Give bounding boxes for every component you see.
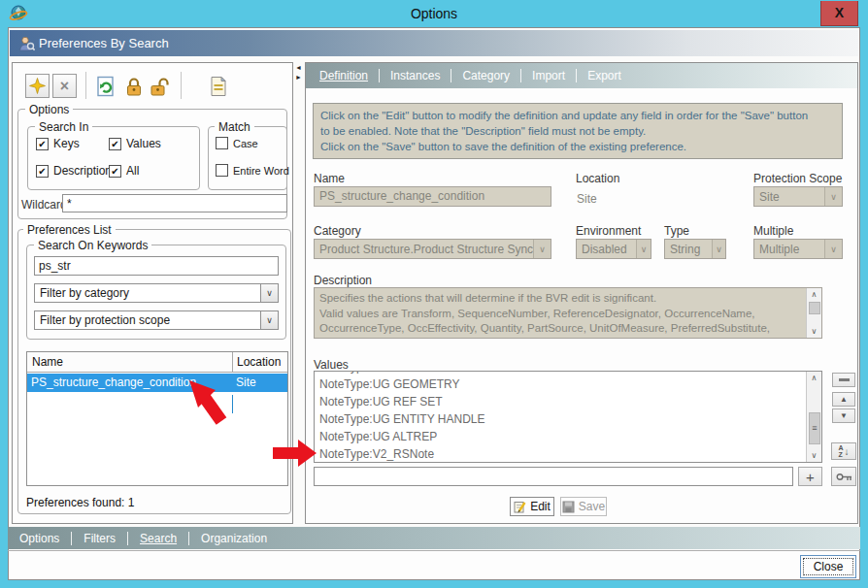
wildcard-input[interactable] <box>62 194 287 212</box>
new-preference-button[interactable] <box>25 74 50 98</box>
checkbox-checked-icon: ✔ <box>109 165 121 178</box>
edit-button[interactable]: Edit <box>510 497 554 516</box>
description-scrollbar[interactable]: ∧ ∨ <box>806 288 821 338</box>
column-divider <box>232 395 233 413</box>
values-item[interactable]: NoteType:UG ALTREP <box>315 428 821 445</box>
collapse-left-icon[interactable]: ◄ <box>295 64 302 71</box>
new-value-input[interactable] <box>314 467 793 486</box>
table-row-selected[interactable]: PS_structure_change_condition Site <box>27 374 287 392</box>
mode-tab-options[interactable]: Options <box>19 532 59 545</box>
footer <box>9 551 859 579</box>
protection-scope-label: Protection Scope <box>753 172 842 185</box>
protect-value-button[interactable] <box>831 467 856 486</box>
chevron-down-icon[interactable]: ∨ <box>260 284 278 302</box>
column-header-location[interactable]: Location <box>237 355 281 369</box>
keyword-search-input[interactable] <box>34 256 279 276</box>
description-field: Specifies the actions that will determin… <box>314 287 822 339</box>
chevron-down-icon: ∨ <box>533 240 551 258</box>
match-label: Match <box>215 120 254 134</box>
checkbox-unchecked-icon <box>216 164 228 177</box>
scroll-up-icon[interactable]: ∧ <box>807 290 821 299</box>
save-button[interactable]: Save <box>560 497 607 516</box>
category-filter-dropdown[interactable]: Filter by category ∨ <box>34 283 279 303</box>
category-dropdown: Product Structure.Product Structure Sync… <box>314 239 551 259</box>
sort-az-icon: AZ <box>838 444 843 458</box>
scroll-up-icon[interactable]: ∧ <box>807 374 821 382</box>
scrollbar-thumb[interactable]: ≡ <box>809 412 820 444</box>
new-sparkle-icon <box>29 78 46 94</box>
type-label: Type <box>664 224 689 238</box>
checkbox-values[interactable]: ✔ Values <box>109 137 161 150</box>
window-close-button[interactable]: X <box>820 1 858 26</box>
scroll-down-icon[interactable]: ∨ <box>807 451 821 460</box>
scrollbar-thumb[interactable] <box>809 302 820 314</box>
column-header-name[interactable]: Name <box>32 355 63 369</box>
checkbox-keys[interactable]: ✔ Keys <box>36 137 80 150</box>
values-scrollbar[interactable]: ∧ ≡ ∨ <box>806 372 821 462</box>
tab-instances[interactable]: Instances <box>390 69 440 82</box>
environment-label: Environment <box>576 224 641 238</box>
search-in-group <box>27 126 200 190</box>
description-line: Valid values are Transform, SequenceNumb… <box>319 307 802 322</box>
values-label: Values <box>314 358 349 372</box>
delete-x-icon: × <box>60 79 69 94</box>
tab-definition[interactable]: Definition <box>319 69 368 82</box>
values-item[interactable]: NoteType:UG REF SET <box>315 393 821 410</box>
refresh-button[interactable] <box>95 76 117 97</box>
values-item[interactable]: NoteType:UG ENTITY HANDLE <box>315 410 821 428</box>
scroll-down-icon[interactable]: ∨ <box>807 327 821 336</box>
panel-splitter[interactable]: ◄ ► <box>294 62 305 524</box>
tab-export[interactable]: Export <box>587 69 621 82</box>
unlock-icon <box>149 76 170 97</box>
search-on-keywords-label: Search On Keywords <box>34 239 151 252</box>
tab-category[interactable]: Category <box>462 69 510 82</box>
dropdown-value: Filter by category <box>35 286 260 300</box>
mode-tab-search[interactable]: Search <box>140 532 177 545</box>
tab-separator <box>127 532 128 545</box>
checkbox-case[interactable]: Case <box>216 137 258 149</box>
multiple-dropdown: Multiple ∨ <box>753 239 843 259</box>
description-line: OccurrenceType, OccEffectivity, Quantity… <box>319 321 802 337</box>
tab-separator <box>576 69 577 82</box>
mode-tab-organization[interactable]: Organization <box>201 532 267 545</box>
add-value-button[interactable]: + <box>798 467 822 486</box>
preferences-table: Name Location PS_structure_change_condit… <box>26 351 288 486</box>
import-file-button[interactable] <box>208 76 229 97</box>
info-line: Click on the "Edit" button to modify the… <box>320 108 835 123</box>
close-button-label: Close <box>814 560 844 573</box>
expand-right-icon[interactable]: ► <box>295 74 302 81</box>
type-dropdown: String ∨ <box>664 239 726 259</box>
save-button-label: Save <box>579 500 605 513</box>
edit-instructions-note: Click on the "Edit" button to modify the… <box>313 103 843 159</box>
tab-separator <box>71 532 72 545</box>
remove-value-button[interactable] <box>832 373 855 387</box>
move-value-up-button[interactable]: ▲ <box>832 392 855 407</box>
checkbox-description[interactable]: ✔ Description <box>36 164 112 178</box>
category-label: Category <box>314 224 361 238</box>
values-item[interactable]: NoteType:UG GEOMETRY <box>315 376 821 393</box>
key-icon <box>836 472 852 482</box>
sort-values-button[interactable]: AZ ↓ <box>831 442 856 460</box>
preferences-list-label: Preferences List <box>23 223 116 237</box>
protection-scope-filter-dropdown[interactable]: Filter by protection scope ∨ <box>34 310 279 330</box>
toolbar-separator <box>85 72 86 99</box>
lock-button[interactable] <box>123 76 145 97</box>
sort-arrow-icon: ↓ <box>845 446 850 457</box>
checkbox-all[interactable]: ✔ All <box>109 164 139 178</box>
checkbox-checked-icon: ✔ <box>109 138 121 150</box>
delete-preference-button[interactable]: × <box>52 74 77 98</box>
dropdown-value: Filter by protection scope <box>35 313 260 327</box>
values-list[interactable]: NoteType: NoteType:UG GEOMETRY NoteType:… <box>314 371 822 463</box>
checkbox-entire-word[interactable]: Entire Word <box>216 164 289 177</box>
unlock-button[interactable] <box>149 76 170 97</box>
dropdown-value: Multiple <box>754 243 824 256</box>
values-item[interactable]: NoteType:V2_RSNote <box>315 445 821 463</box>
mode-tab-filters[interactable]: Filters <box>83 532 116 545</box>
document-icon <box>208 76 229 97</box>
search-in-label: Search In <box>35 120 92 134</box>
tab-import[interactable]: Import <box>532 69 565 82</box>
chevron-down-icon[interactable]: ∨ <box>260 311 278 329</box>
close-button[interactable]: Close <box>800 555 856 578</box>
chevron-down-icon: ∨ <box>824 187 842 206</box>
move-value-down-button[interactable]: ▼ <box>832 408 855 423</box>
